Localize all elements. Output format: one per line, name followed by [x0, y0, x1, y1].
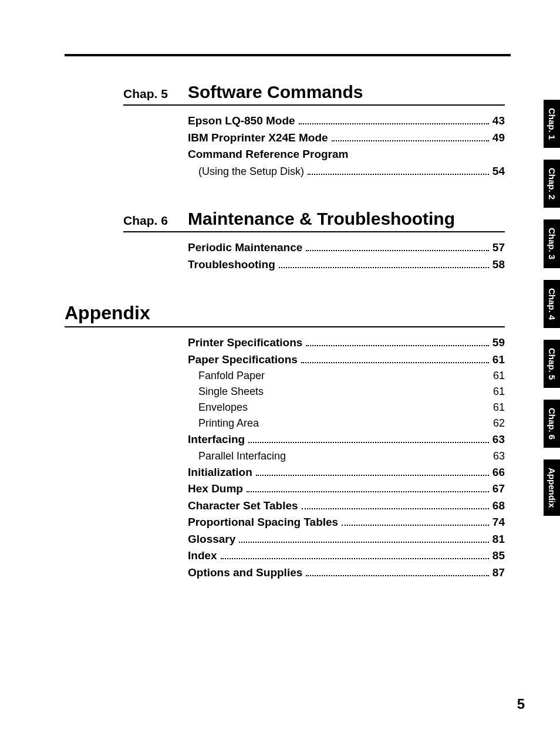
dot-leader [342, 525, 489, 526]
entry-label: Initialization [188, 464, 252, 481]
entry-page: 61 [493, 368, 505, 384]
entry-page: 63 [492, 431, 505, 448]
entry-label: Printing Area [188, 415, 259, 431]
dot-leader [308, 174, 489, 175]
entries: Periodic Maintenance 57 Troubleshooting … [188, 239, 505, 273]
entry-page: 87 [492, 565, 505, 582]
entries: Epson LQ-850 Mode 43 IBM Proprinter X24E… [188, 113, 505, 180]
toc-entry: Interfacing63 [188, 431, 505, 448]
dot-leader [247, 491, 489, 492]
entry-label: Proportional Spacing Tables [188, 514, 338, 531]
entry-page: 61 [493, 384, 505, 400]
toc-entry: Printer Specifications59 [188, 334, 505, 352]
section-head: Chap. 5 Software Commands [123, 82, 505, 106]
dot-leader [239, 542, 489, 543]
entry-label: Command Reference Program [188, 146, 348, 163]
entry-label: (Using the Setup Disk) [188, 164, 304, 180]
entry-label: Single Sheets [188, 384, 264, 400]
entry-label: Printer Specifications [188, 334, 302, 352]
section-title: Maintenance & Troubleshooting [188, 209, 455, 229]
toc-entry: Character Set Tables68 [188, 498, 505, 515]
toc-entry: Glossary81 [188, 531, 505, 548]
toc-entry: Hex Dump67 [188, 481, 505, 498]
section-title: Software Commands [188, 82, 363, 102]
toc-entry: Command Reference Program [188, 146, 505, 163]
entry-label: Interfacing [188, 431, 245, 448]
toc-entry: Paper Specifications61 [188, 352, 505, 369]
entry-label: IBM Proprinter X24E Mode [188, 130, 328, 147]
entry-label: Paper Specifications [188, 352, 298, 369]
tab-chap3: Chap. 3 [544, 219, 560, 268]
toc-entry: Envelopes61 [188, 400, 505, 415]
toc-entry: IBM Proprinter X24E Mode 49 [188, 130, 505, 147]
tab-chap5: Chap. 5 [544, 340, 560, 388]
section-chap6: Chap. 6 Maintenance & Troubleshooting Pe… [65, 209, 499, 273]
toc-entry: Initialization66 [188, 464, 505, 481]
section-appendix: Appendix Printer Specifications59 Paper … [65, 302, 499, 581]
tab-chap1: Chap. 1 [544, 100, 560, 148]
toc-entry: Printing Area62 [188, 415, 505, 431]
entry-page: 57 [492, 239, 505, 256]
tab-chap2: Chap. 2 [544, 160, 560, 208]
dot-leader [306, 345, 489, 346]
dot-leader [301, 362, 489, 363]
toc-entry: Options and Supplies87 [188, 565, 505, 582]
tab-chap6: Chap. 6 [544, 400, 560, 448]
page-number: 5 [517, 696, 525, 712]
entry-page: 61 [492, 352, 505, 369]
tab-appendix: Appendix [544, 459, 560, 516]
entry-label: Index [188, 548, 217, 565]
entry-label: Character Set Tables [188, 498, 298, 515]
dot-leader [221, 558, 489, 559]
section-head: Appendix [65, 302, 505, 327]
entry-page: 43 [492, 113, 505, 130]
dot-leader [306, 575, 489, 576]
entry-label: Hex Dump [188, 481, 243, 498]
entry-label: Epson LQ-850 Mode [188, 113, 295, 130]
dot-leader [332, 140, 489, 141]
chapter-label: Chap. 6 [123, 214, 188, 228]
entry-label: Parallel Interfacing [188, 448, 286, 464]
toc-entry: Index85 [188, 548, 505, 565]
entry-page: 66 [492, 464, 505, 481]
entry-label: Glossary [188, 531, 235, 548]
entry-page: 81 [492, 531, 505, 548]
toc-entry: (Using the Setup Disk) 54 [188, 163, 505, 180]
dot-leader [248, 442, 489, 443]
dot-leader [306, 250, 489, 251]
chapter-label: Chap. 5 [123, 87, 188, 101]
toc-entry: Troubleshooting 58 [188, 256, 505, 273]
edge-tabs: Chap. 1 Chap. 2 Chap. 3 Chap. 4 Chap. 5 … [544, 100, 560, 516]
entry-page: 54 [492, 163, 505, 180]
toc-entry: Periodic Maintenance 57 [188, 239, 505, 256]
entry-label: Envelopes [188, 400, 248, 415]
section-title: Appendix [65, 302, 150, 324]
entry-label: Fanfold Paper [188, 368, 265, 384]
toc-content: Chap. 5 Software Commands Epson LQ-850 M… [65, 53, 499, 581]
dot-leader [279, 267, 489, 268]
tab-chap4: Chap. 4 [544, 280, 560, 328]
dot-leader [299, 123, 489, 124]
toc-entry: Single Sheets61 [188, 384, 505, 400]
entry-page: 58 [492, 256, 505, 273]
dot-leader [302, 508, 489, 509]
toc-entry: Epson LQ-850 Mode 43 [188, 113, 505, 130]
section-head: Chap. 6 Maintenance & Troubleshooting [123, 209, 505, 232]
dot-leader [256, 475, 489, 476]
entry-page: 85 [492, 548, 505, 565]
entry-label: Troubleshooting [188, 256, 275, 273]
toc-entry: Fanfold Paper61 [188, 368, 505, 384]
entry-page: 63 [493, 448, 505, 464]
entry-page: 68 [492, 498, 505, 515]
toc-entry: Proportional Spacing Tables74 [188, 514, 505, 531]
toc-entry: Parallel Interfacing63 [188, 448, 505, 464]
entry-page: 74 [492, 514, 505, 531]
section-chap5: Chap. 5 Software Commands Epson LQ-850 M… [65, 82, 499, 180]
entry-page: 61 [493, 400, 505, 415]
entry-page: 59 [492, 334, 505, 352]
entry-page: 62 [493, 415, 505, 431]
entry-label: Options and Supplies [188, 565, 302, 582]
entry-page: 49 [492, 130, 505, 147]
entry-page: 67 [492, 481, 505, 498]
entry-label: Periodic Maintenance [188, 239, 302, 256]
